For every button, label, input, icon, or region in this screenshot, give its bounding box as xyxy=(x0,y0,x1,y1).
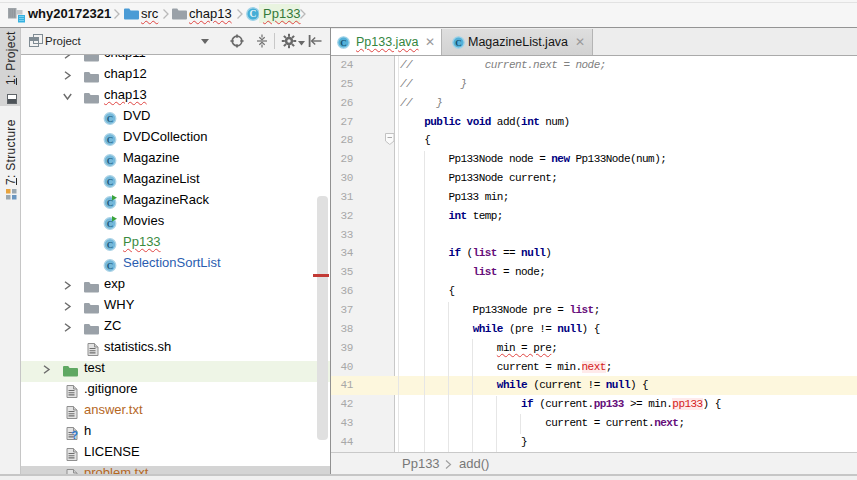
svg-text:?: ? xyxy=(71,429,78,441)
svg-text:C: C xyxy=(107,134,114,144)
svg-text:C: C xyxy=(107,176,114,186)
svg-text:C: C xyxy=(107,260,114,270)
svg-text:C: C xyxy=(107,155,114,165)
svg-text:C: C xyxy=(250,9,257,19)
svg-text:C: C xyxy=(455,38,462,48)
svg-text:C: C xyxy=(340,38,347,48)
svg-text:C: C xyxy=(107,113,114,123)
svg-text:C: C xyxy=(107,239,114,249)
